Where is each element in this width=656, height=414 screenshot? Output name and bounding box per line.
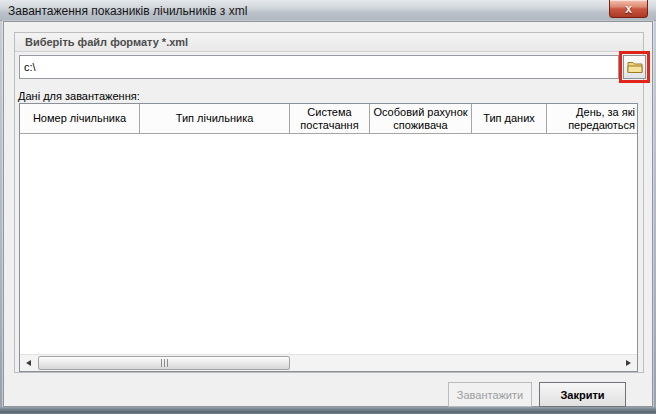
table-header-cell: Особовий рахунок споживача <box>370 104 472 133</box>
close-dialog-button[interactable]: Закрити <box>539 382 626 407</box>
arrow-left-icon[interactable] <box>20 355 37 371</box>
table-header-cell: Система постачання <box>290 104 370 133</box>
data-table-label: Дані для завантаження: <box>18 90 140 102</box>
scrollbar-thumb[interactable] <box>38 356 290 370</box>
table-header-cell: Тип даних <box>472 104 547 133</box>
data-table: Номер лічильника Тип лічильника Система … <box>19 103 638 372</box>
grip-icon <box>161 359 168 367</box>
file-path-input[interactable] <box>19 55 619 79</box>
dialog-body: Виберіть файл формату *.xml Дані для зав… <box>3 21 653 407</box>
browse-button[interactable] <box>623 55 646 79</box>
folder-icon <box>627 61 643 74</box>
titlebar[interactable]: Завантаження показників лічильників з xm… <box>0 0 656 21</box>
table-header-cell: Номер лічильника <box>20 104 140 133</box>
dialog-window: Завантаження показників лічильників з xm… <box>0 0 656 414</box>
window-title: Завантаження показників лічильників з xm… <box>8 4 247 18</box>
table-header-cell: Тип лічильника <box>140 104 290 133</box>
groupbox-caption: Виберіть файл формату *.xml <box>15 33 643 52</box>
table-body <box>20 135 637 353</box>
table-header-cell: День, за які передаються <box>547 104 637 133</box>
close-button[interactable]: x <box>609 0 648 18</box>
horizontal-scrollbar[interactable] <box>20 354 637 371</box>
file-select-groupbox: Виберіть файл формату *.xml Дані для зав… <box>14 32 644 373</box>
close-icon: x <box>625 2 632 16</box>
load-button[interactable]: Завантажити <box>448 382 532 407</box>
table-header-row: Номер лічильника Тип лічильника Система … <box>20 104 637 134</box>
arrow-right-icon[interactable] <box>620 355 637 371</box>
